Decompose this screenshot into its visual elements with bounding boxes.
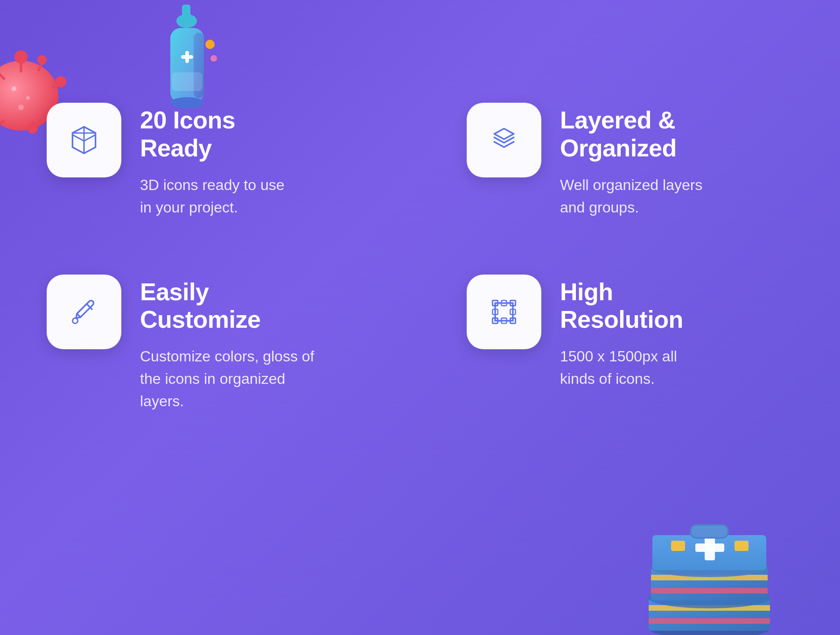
svg-rect-51: [705, 535, 715, 560]
svg-line-13: [33, 120, 34, 129]
svg-point-28: [210, 55, 217, 62]
feature-title-layered: Layered & Organized: [560, 106, 793, 162]
feature-customize: Easily Customize Customize colors, gloss…: [47, 275, 373, 413]
svg-point-18: [26, 96, 30, 100]
svg-rect-54: [691, 525, 728, 538]
feature-icons-ready: 20 Icons Ready 3D icons ready to use in …: [47, 103, 373, 219]
svg-point-17: [12, 86, 16, 91]
feature-desc-icons-ready: 3D icons ready to use in your project.: [140, 174, 373, 219]
feature-desc-customize: Customize colors, gloss of the icons in …: [140, 345, 373, 412]
feature-text-resolution: High Resolution 1500 x 1500px all kinds …: [560, 275, 793, 390]
svg-point-30: [72, 318, 77, 323]
feature-resolution: High Resolution 1500 x 1500px all kinds …: [467, 275, 793, 413]
svg-rect-53: [735, 541, 749, 551]
feature-desc-resolution: 1500 x 1500px all kinds of icons.: [560, 345, 793, 390]
icon-box-resize: [467, 275, 541, 349]
feature-text-customize: Easily Customize Customize colors, gloss…: [140, 275, 373, 413]
svg-point-21: [176, 14, 197, 28]
feature-text-icons-ready: 20 Icons Ready 3D icons ready to use in …: [140, 103, 373, 219]
svg-rect-26: [172, 72, 203, 91]
features-grid: 20 Icons Ready 3D icons ready to use in …: [47, 103, 793, 412]
svg-point-27: [205, 40, 215, 49]
feature-title-customize: Easily Customize: [140, 278, 373, 334]
svg-rect-52: [671, 541, 685, 551]
icon-box-cube: [47, 103, 121, 177]
svg-point-19: [18, 105, 24, 110]
feature-desc-layered: Well organized layers and groups.: [560, 174, 793, 219]
feature-layered: Layered & Organized Well organized layer…: [467, 103, 793, 219]
feature-title-resolution: High Resolution: [560, 278, 793, 334]
svg-rect-47: [651, 588, 768, 593]
feature-text-layered: Layered & Organized Well organized layer…: [560, 103, 793, 219]
deco-medkit: [616, 474, 803, 635]
feature-title-icons-ready: 20 Icons Ready: [140, 106, 373, 162]
page-container: 20 Icons Ready 3D icons ready to use in …: [0, 0, 840, 635]
icon-box-layers: [467, 103, 541, 177]
svg-rect-25: [185, 51, 189, 63]
icon-box-eyedropper: [47, 275, 121, 349]
svg-rect-43: [649, 618, 770, 624]
